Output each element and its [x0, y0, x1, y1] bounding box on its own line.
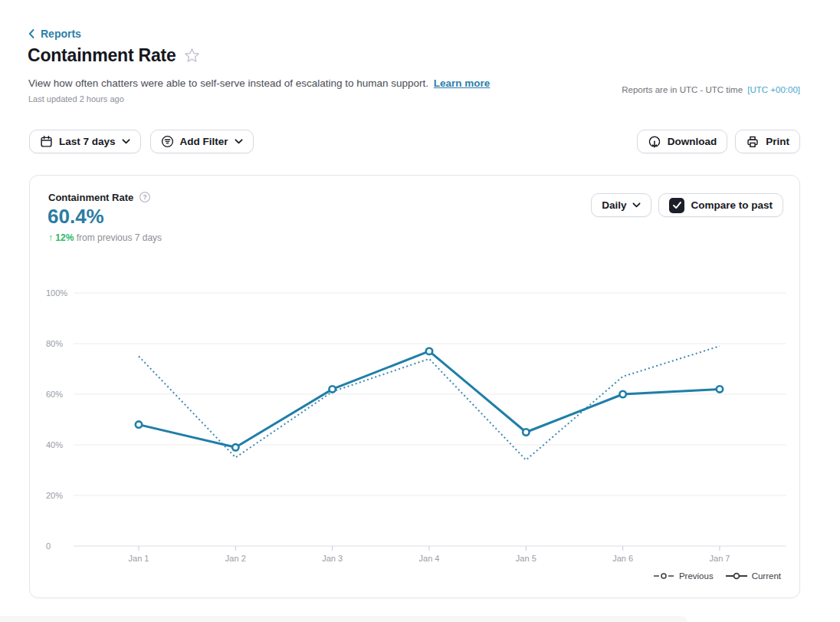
print-icon	[746, 135, 760, 149]
date-range-label: Last 7 days	[59, 136, 116, 147]
compare-to-past-toggle[interactable]: Compare to past	[658, 193, 783, 217]
trend-up-arrow-icon: ↑	[48, 232, 53, 243]
trend-value: 12%	[55, 232, 74, 243]
granularity-label: Daily	[602, 199, 626, 211]
svg-text:Jan 7: Jan 7	[710, 554, 730, 563]
compare-label: Compare to past	[691, 199, 773, 211]
print-button[interactable]: Print	[735, 130, 800, 153]
legend-item-previous: Previous	[653, 571, 714, 581]
svg-text:60%: 60%	[46, 390, 63, 399]
breadcrumb-back-reports[interactable]: Reports	[28, 28, 81, 40]
svg-text:80%: 80%	[46, 339, 63, 348]
timezone-note: Reports are in UTC - UTC time [UTC +00:0…	[622, 85, 800, 94]
chevron-left-icon	[28, 29, 34, 38]
svg-text:Jan 2: Jan 2	[225, 554, 246, 563]
card-controls: Daily Compare to past	[591, 193, 783, 217]
breadcrumb-label: Reports	[41, 28, 81, 40]
star-favorite-icon[interactable]	[184, 48, 200, 64]
legend-current-label: Current	[752, 571, 781, 581]
add-filter-label: Add Filter	[180, 136, 228, 147]
next-section-peek	[0, 616, 687, 622]
svg-text:40%: 40%	[46, 440, 63, 449]
timezone-link[interactable]: [UTC +00:00]	[747, 85, 800, 94]
svg-text:Jan 4: Jan 4	[419, 554, 440, 563]
page-title: Containment Rate	[28, 45, 176, 66]
compare-checkbox[interactable]	[669, 198, 684, 213]
svg-text:Jan 3: Jan 3	[322, 554, 343, 563]
granularity-dropdown[interactable]: Daily	[591, 193, 651, 217]
svg-text:?: ?	[143, 193, 147, 201]
download-cloud-icon	[648, 135, 661, 149]
containment-rate-report-page: Reports Containment Rate View how often …	[0, 0, 840, 622]
toolbar-left: Last 7 days Add Filter	[29, 130, 254, 153]
metric-label: Containment Rate	[48, 192, 133, 203]
toolbar-right: Download Print	[637, 130, 800, 153]
previous-series-glyph-icon	[653, 572, 674, 580]
chevron-down-icon	[122, 139, 130, 144]
metric-value: 60.4%	[48, 205, 104, 229]
containment-chart: 100%80%60%40%20%0Jan 1Jan 2Jan 3Jan 4Jan…	[30, 283, 801, 571]
filter-icon	[161, 135, 174, 148]
date-range-button[interactable]: Last 7 days	[29, 130, 141, 153]
trend-text: from previous 7 days	[77, 232, 162, 243]
legend-item-current: Current	[726, 571, 781, 581]
timezone-note-text: Reports are in UTC - UTC time	[622, 85, 743, 94]
trend-row: ↑ 12% from previous 7 days	[48, 232, 162, 243]
svg-text:Jan 6: Jan 6	[612, 554, 633, 563]
current-series-glyph-icon	[726, 572, 747, 580]
download-label: Download	[668, 136, 717, 147]
svg-text:100%: 100%	[46, 288, 67, 298]
description-text: View how often chatters were able to sel…	[28, 77, 428, 89]
containment-rate-card: Containment Rate ? 60.4% ↑ 12% from prev…	[29, 175, 800, 598]
legend-previous-label: Previous	[679, 571, 714, 581]
chevron-down-icon	[632, 202, 641, 208]
download-button[interactable]: Download	[637, 130, 728, 153]
add-filter-button[interactable]: Add Filter	[150, 130, 254, 153]
svg-text:Jan 5: Jan 5	[516, 554, 536, 563]
report-description: View how often chatters were able to sel…	[28, 77, 490, 89]
title-row: Containment Rate	[28, 45, 200, 66]
help-icon[interactable]: ?	[139, 191, 151, 203]
svg-text:0: 0	[46, 541, 51, 551]
svg-text:20%: 20%	[46, 491, 63, 500]
calendar-icon	[40, 135, 53, 148]
last-updated-text: Last updated 2 hours ago	[28, 94, 124, 104]
print-label: Print	[766, 136, 789, 147]
chart-legend: Previous Current	[653, 571, 781, 581]
learn-more-link[interactable]: Learn more	[434, 77, 491, 89]
svg-text:Jan 1: Jan 1	[129, 554, 149, 563]
check-icon	[672, 201, 682, 209]
chevron-down-icon	[235, 139, 243, 144]
metric-label-row: Containment Rate ?	[48, 191, 151, 203]
